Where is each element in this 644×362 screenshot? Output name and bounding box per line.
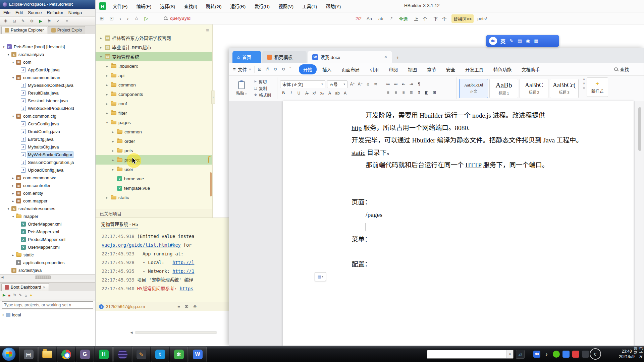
gallery-up-icon[interactable]: ∧: [583, 77, 585, 81]
expand-arrow-icon[interactable]: ▸: [105, 102, 109, 106]
expand-arrow-icon[interactable]: ▸: [99, 46, 103, 49]
hbuilder-tree-row[interactable]: home.vue: [96, 174, 212, 183]
italic-icon[interactable]: I: [288, 90, 294, 97]
hbuilder-titlebar[interactable]: H 文件(F)编辑(E)选择(S)查找(I)跳转(G)运行(R)发行(U)视图(…: [96, 0, 644, 12]
eclipse-tree-row[interactable]: SessionListener.java: [0, 97, 95, 105]
back-icon[interactable]: ‹: [119, 15, 121, 21]
eclipse-tree-row[interactable]: CorsConfig.java: [0, 120, 95, 128]
hbuilder-menu-item[interactable]: 帮助(Y): [322, 2, 344, 10]
paste-button[interactable]: 粘贴 ▾: [232, 77, 251, 99]
redapp-icon[interactable]: [572, 351, 579, 358]
hbuilder-tree-row[interactable]: ▸ .hbuilderx: [96, 61, 212, 71]
ribbon-tab[interactable]: 引用: [365, 64, 383, 74]
settings-icon[interactable]: ⚙: [29, 18, 35, 24]
document-line[interactable]: [352, 246, 613, 258]
close-icon[interactable]: ✕: [384, 55, 387, 59]
eclipse-menu-item[interactable]: Edit: [15, 10, 23, 15]
save-icon[interactable]: ⊡: [257, 67, 262, 72]
hbuilder-tree-row[interactable]: ▸ api: [96, 71, 212, 80]
hbuilder-tree-row[interactable]: ▸ order: [96, 136, 212, 146]
eclipse-icon[interactable]: [113, 347, 131, 362]
font-family-select[interactable]: 宋体 (正文)▾: [280, 80, 325, 88]
profile-icon[interactable]: ◉: [526, 38, 530, 44]
document-line[interactable]: 开发阶段，需要用 Hbuilder 运行一个 node.js 进程。改进程提供: [352, 109, 613, 122]
eclipse-tree-row[interactable]: MyWebSocketConfigur: [0, 151, 95, 159]
gallery-down-icon[interactable]: ∨: [583, 82, 585, 85]
start-icon[interactable]: ▶: [3, 293, 5, 297]
edit-icon[interactable]: ✎: [20, 18, 26, 24]
expand-arrow-icon[interactable]: ▸: [11, 176, 15, 180]
hbuilder-menu-item[interactable]: 文件(F): [109, 2, 131, 10]
eclipse-tree-row[interactable]: PetsMapper.xml: [0, 228, 95, 236]
language-indicator[interactable]: 英: [500, 38, 505, 45]
whole-word-button[interactable]: ab: [377, 15, 384, 22]
print-icon[interactable]: ⎙: [265, 67, 270, 72]
align-left-icon[interactable]: ≡: [385, 89, 391, 96]
image-editor-icon[interactable]: G: [76, 347, 94, 362]
document-page[interactable]: 开发阶段，需要用 Hbuilder 运行一个 node.js 进程。改进程提供h…: [283, 101, 634, 346]
expand-arrow-icon[interactable]: ▸: [99, 36, 103, 40]
bulb-icon[interactable]: ●: [30, 293, 32, 298]
expand-arrow-icon[interactable]: ▸: [11, 184, 15, 187]
new-style-button[interactable]: ✦ 新样式: [587, 77, 608, 97]
expand-arrow-icon[interactable]: ▾: [11, 76, 15, 79]
save-icon[interactable]: ⊡: [110, 15, 114, 21]
document-line[interactable]: 页面：: [352, 196, 613, 208]
baidu-tray-icon[interactable]: du: [533, 351, 540, 358]
scroll-left-icon[interactable]: ◀: [0, 276, 5, 279]
redo-icon[interactable]: ↻: [281, 67, 286, 72]
tree-scrollbar-thumb[interactable]: [210, 172, 212, 196]
scrollbar-thumb[interactable]: [35, 276, 51, 279]
expand-arrow-icon[interactable]: ▾: [11, 215, 15, 218]
expand-arrow-icon[interactable]: ▸: [105, 93, 109, 96]
paste-options-button[interactable]: ▤ ▾: [315, 272, 326, 281]
eclipse-tree-row[interactable]: MybaitsCfg.java: [0, 143, 95, 151]
border-icon[interactable]: ⊞: [431, 89, 438, 96]
eclipse-tree-row[interactable]: ▸ com.controller: [0, 182, 95, 189]
scrollbar-thumb[interactable]: [638, 107, 641, 151]
star-icon[interactable]: ☆: [134, 15, 139, 21]
expand-arrow-icon[interactable]: ▾: [105, 121, 109, 124]
eclipse-tree-row[interactable]: ▾ com: [0, 58, 95, 66]
eclipse-tree-row[interactable]: ▸ com.entity: [0, 189, 95, 197]
new-icon[interactable]: ✚: [3, 18, 9, 24]
save-icon[interactable]: ⊡: [11, 18, 17, 24]
hbuilder-tree-row[interactable]: ▸ filter: [96, 108, 212, 118]
wps-home-tab[interactable]: ⌂ 首页: [232, 51, 261, 63]
find-widget[interactable]: queryById: [164, 16, 191, 21]
document-line[interactable]: 开发完毕，可以通过 Hbuilder 编译为静态文件。把静态文件拷贝到 Java…: [352, 134, 613, 146]
hbuilder-tree-row[interactable]: ▸ product: [96, 155, 212, 165]
edit-icon[interactable]: ✎: [19, 293, 22, 297]
expand-arrow-icon[interactable]: ▸: [111, 139, 115, 143]
expand-arrow-icon[interactable]: ▸: [11, 199, 15, 203]
hbuilder-menu-item[interactable]: 视图(V): [275, 2, 297, 10]
hbuilder-tree-row[interactable]: ▾ pages: [96, 118, 212, 127]
numbering-icon[interactable]: ≕: [392, 81, 399, 87]
settings-icon[interactable]: ⊕: [193, 304, 197, 309]
chrome-icon[interactable]: [57, 347, 75, 362]
eclipse-titlebar[interactable]: Eclipse-Workspace1 - PetsStore/src: [0, 0, 95, 9]
hbuilder-menu-item[interactable]: 选择(S): [156, 2, 179, 10]
ribbon-tab[interactable]: 插入: [318, 64, 336, 74]
align-right-icon[interactable]: ≡: [400, 89, 407, 96]
eclipse-tree-row[interactable]: ▸ static: [0, 251, 95, 259]
eclipse-tree-row[interactable]: MySessionContext.java: [0, 81, 95, 89]
ribbon-tab[interactable]: 安全: [442, 64, 460, 74]
superscript-icon[interactable]: x²: [311, 90, 318, 97]
document-scrollbar[interactable]: [635, 101, 644, 346]
run-icon[interactable]: ▶: [38, 18, 44, 24]
document-line[interactable]: 配置：: [352, 258, 613, 270]
outdent-icon[interactable]: ⇤: [400, 81, 407, 87]
document-line[interactable]: /pages: [352, 208, 613, 221]
hbuilder-tree-row[interactable]: template.vue: [96, 183, 212, 193]
tree-menu-icon[interactable]: ≡: [206, 27, 209, 33]
eclipse-menu-item[interactable]: Refactor: [47, 10, 63, 15]
hbuilder-tree-row[interactable]: ▸ conf: [96, 99, 212, 108]
pinyin-icon[interactable]: ≋: [372, 81, 379, 87]
apps-grid-icon[interactable]: ▦: [534, 38, 538, 44]
eclipse-menu-item[interactable]: Source: [28, 10, 42, 15]
eclipse-tree-row[interactable]: ▸ com.mapper: [0, 197, 95, 205]
expand-arrow-icon[interactable]: ▸: [111, 168, 115, 171]
wordart-icon[interactable]: A: [326, 90, 333, 97]
eclipse-tree-row[interactable]: AppStartUp.java: [0, 66, 95, 74]
